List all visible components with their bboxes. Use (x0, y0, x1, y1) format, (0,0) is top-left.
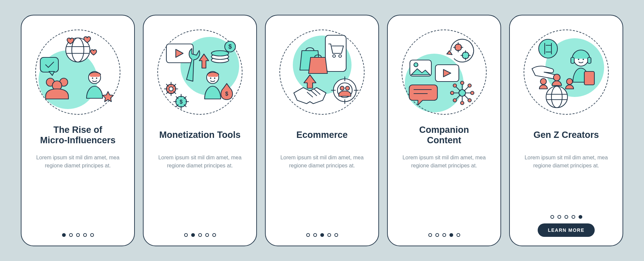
svg-point-54 (567, 79, 573, 85)
companion-content-icon (400, 29, 488, 116)
dot-5[interactable] (457, 233, 460, 237)
svg-point-8 (96, 77, 97, 79)
svg-point-39 (471, 91, 474, 95)
dot-1[interactable] (62, 233, 66, 237)
svg-text:$: $ (225, 91, 228, 97)
slide-title: Gen Z Creators (532, 123, 600, 147)
slide-description: Lorem ipsum sit mil dim amet, mea region… (275, 154, 369, 170)
micro-influencers-icon (34, 29, 121, 116)
illustration-container (521, 27, 611, 117)
gen-z-creators-icon (523, 29, 610, 116)
slide-title: Ecommerce (295, 123, 349, 147)
dot-5[interactable] (579, 215, 582, 219)
onboarding-carousel: The Rise of Micro-Influencers Lorem ipsu… (0, 0, 644, 261)
dot-1[interactable] (550, 215, 554, 219)
svg-text:$: $ (228, 43, 232, 50)
svg-point-12 (211, 51, 229, 56)
dot-3[interactable] (198, 233, 202, 237)
svg-point-36 (461, 81, 464, 85)
dot-3[interactable] (320, 233, 324, 237)
svg-point-26 (333, 79, 356, 102)
svg-point-33 (414, 63, 418, 67)
pagination-dots (184, 233, 216, 237)
dot-2[interactable] (69, 233, 73, 237)
dot-3[interactable] (442, 233, 446, 237)
svg-point-49 (583, 59, 584, 60)
svg-point-28 (340, 86, 344, 90)
slide-micro-influencers: The Rise of Micro-Influencers Lorem ipsu… (21, 15, 135, 246)
svg-text:$: $ (180, 99, 183, 105)
dot-5[interactable] (90, 233, 94, 237)
slide-description: Lorem ipsum sit mil dim amet, mea region… (519, 154, 613, 170)
slide-description: Lorem ipsum sit mil dim amet, mea region… (397, 154, 491, 170)
slide-gen-z-creators: Gen Z Creators Lorem ipsum sit mil dim a… (509, 15, 623, 246)
slide-monetization-tools: $ $ (143, 15, 257, 246)
illustration-container (33, 27, 123, 117)
svg-point-37 (461, 101, 464, 105)
dot-1[interactable] (184, 233, 188, 237)
dot-2[interactable] (435, 233, 439, 237)
slide-description: Lorem ipsum sit mil dim amet, mea region… (31, 154, 125, 170)
dot-3[interactable] (565, 215, 568, 219)
dot-3[interactable] (76, 233, 80, 237)
illustration-container: $ $ (155, 27, 245, 117)
svg-rect-46 (571, 57, 574, 63)
svg-point-24 (333, 55, 335, 57)
dot-2[interactable] (313, 233, 317, 237)
svg-point-16 (169, 87, 173, 91)
dot-5[interactable] (212, 233, 216, 237)
learn-more-button[interactable]: LEARN MORE (538, 223, 594, 237)
svg-point-29 (345, 86, 350, 90)
slide-description: Lorem ipsum sit mil dim amet, mea region… (153, 154, 247, 170)
dot-5[interactable] (334, 233, 338, 237)
illustration-container (277, 27, 367, 117)
pagination-dots (306, 233, 338, 237)
dot-1[interactable] (428, 233, 432, 237)
dot-2[interactable] (557, 215, 561, 219)
slide-ecommerce: Ecommerce Lorem ipsum sit mil dim amet, … (265, 15, 379, 246)
illustration-container (399, 27, 489, 117)
dot-4[interactable] (83, 233, 87, 237)
svg-point-53 (540, 79, 546, 85)
svg-point-55 (553, 74, 560, 81)
dot-4[interactable] (449, 233, 453, 237)
svg-point-7 (92, 77, 93, 79)
pagination-dots (62, 233, 94, 237)
svg-rect-2 (40, 57, 58, 72)
svg-point-48 (578, 59, 579, 60)
dot-4[interactable] (327, 233, 331, 237)
svg-point-21 (214, 77, 215, 79)
pagination-dots (550, 215, 582, 219)
svg-point-44 (539, 39, 557, 58)
slide-title: Monetization Tools (158, 123, 242, 147)
slide-companion-content: Companion Content Lorem ipsum sit mil di… (387, 15, 501, 246)
dot-2[interactable] (191, 233, 195, 237)
slide-title: Companion Content (418, 123, 471, 147)
svg-rect-50 (584, 71, 594, 85)
ecommerce-icon (278, 29, 366, 116)
dot-1[interactable] (306, 233, 310, 237)
svg-point-20 (210, 77, 211, 79)
dot-4[interactable] (205, 233, 209, 237)
dot-4[interactable] (572, 215, 575, 219)
svg-rect-47 (588, 57, 591, 63)
pagination-dots (428, 233, 460, 237)
svg-point-25 (339, 55, 341, 57)
monetization-tools-icon: $ $ (156, 29, 244, 116)
svg-point-51 (546, 86, 568, 108)
svg-point-38 (450, 91, 454, 95)
slide-title: The Rise of Micro-Influencers (39, 123, 117, 147)
